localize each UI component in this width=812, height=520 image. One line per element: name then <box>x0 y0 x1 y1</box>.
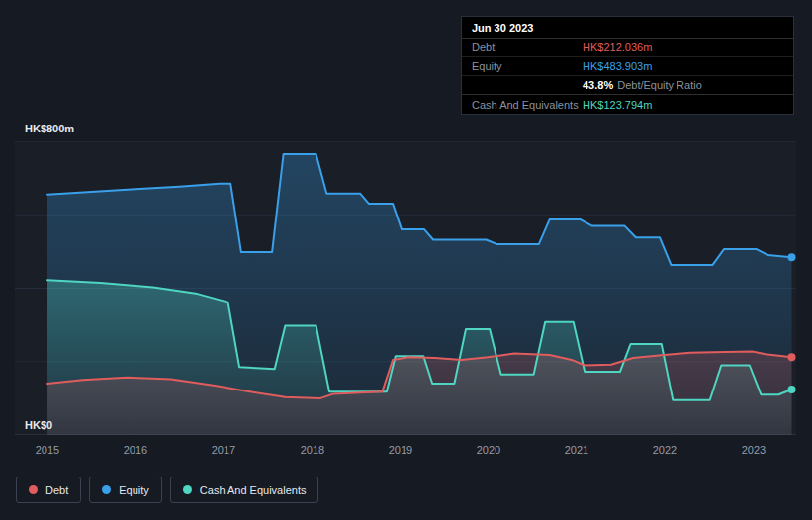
legend-debt-label: Debt <box>45 484 68 496</box>
legend-equity-label: Equity <box>119 484 149 496</box>
tooltip-row-ratio: 43.8%Debt/Equity Ratio <box>462 76 793 95</box>
legend-item-equity[interactable]: Equity <box>89 477 162 503</box>
tooltip-date: Jun 30 2023 <box>462 17 793 39</box>
cash-color-dot <box>183 485 192 494</box>
x-tick-2017: 2017 <box>204 444 243 456</box>
x-tick-2015: 2015 <box>28 444 67 456</box>
ratio-value: 43.8%Debt/Equity Ratio <box>583 79 702 91</box>
debt-equity-history-chart[interactable] <box>15 141 796 435</box>
x-tick-2019: 2019 <box>381 444 420 456</box>
legend-cash-label: Cash And Equivalents <box>200 484 307 496</box>
ratio-percent: 43.8% <box>583 79 613 91</box>
chart-legend: Debt Equity Cash And Equivalents <box>16 477 318 503</box>
legend-item-cash[interactable]: Cash And Equivalents <box>170 477 319 503</box>
y-axis-min-label: HK$0 <box>25 419 52 431</box>
y-axis-max-label: HK$800m <box>25 123 74 134</box>
chart-tooltip: Jun 30 2023 Debt HK$212.036m Equity HK$4… <box>461 16 794 115</box>
x-tick-2023: 2023 <box>734 444 773 456</box>
equity-label: Equity <box>472 60 583 72</box>
equity-color-dot <box>102 485 111 494</box>
x-axis: 2015 2016 2017 2018 2019 2020 2021 2022 … <box>15 444 796 458</box>
cash-value: HK$123.794m <box>583 99 652 111</box>
x-tick-2022: 2022 <box>645 444 684 456</box>
legend-item-debt[interactable]: Debt <box>16 477 81 503</box>
x-tick-2016: 2016 <box>116 444 155 456</box>
tooltip-row-cash: Cash And Equivalents HK$123.794m <box>462 94 793 114</box>
x-tick-2018: 2018 <box>293 444 332 456</box>
tooltip-row-debt: Debt HK$212.036m <box>462 39 793 57</box>
cash-label: Cash And Equivalents <box>472 99 583 111</box>
debt-value: HK$212.036m <box>583 42 652 53</box>
tooltip-row-equity: Equity HK$483.903m <box>462 57 793 76</box>
equity-value: HK$483.903m <box>583 60 652 72</box>
x-tick-2021: 2021 <box>557 444 596 456</box>
debt-color-dot <box>29 485 38 494</box>
debt-label: Debt <box>472 42 583 53</box>
x-tick-2020: 2020 <box>469 444 508 456</box>
ratio-caption: Debt/Equity Ratio <box>617 79 702 91</box>
